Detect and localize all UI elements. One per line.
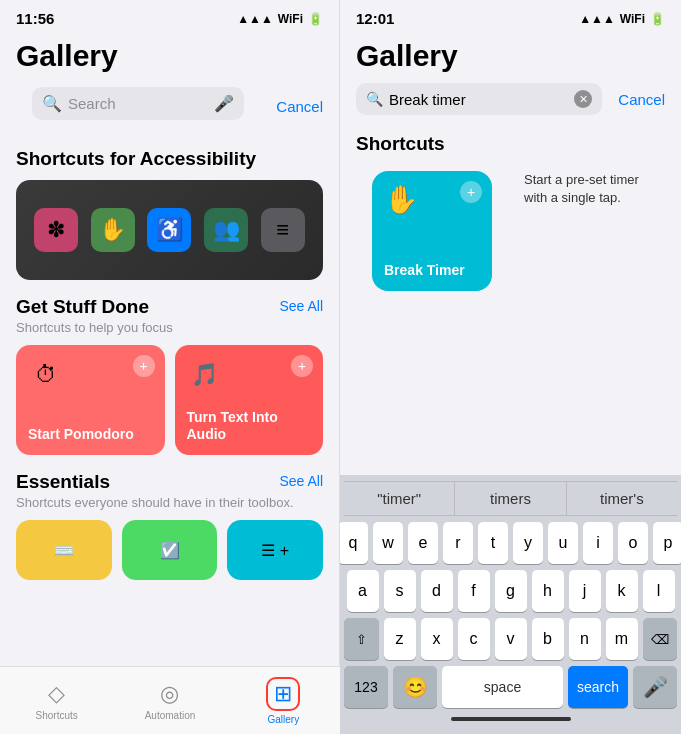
automation-tab-icon: ◎	[160, 681, 179, 707]
break-timer-card[interactable]: + ✋ Break Timer	[372, 171, 492, 291]
key-r[interactable]: r	[443, 522, 473, 564]
key-mic[interactable]: 🎤	[633, 666, 677, 708]
essentials-cards: ⌨️ ☑️ ☰ +	[16, 520, 323, 580]
left-search-row: 🔍 Search 🎤 Cancel	[16, 83, 323, 130]
acc-icon-blue: ♿	[147, 208, 191, 252]
break-timer-plus-btn[interactable]: +	[460, 181, 482, 203]
shortcut-result-row: + ✋ Break Timer Start a pre-set timer wi…	[340, 157, 681, 305]
text-audio-plus-btn[interactable]: +	[291, 355, 313, 377]
right-cancel-button[interactable]: Cancel	[618, 91, 665, 108]
essentials-card-yellow[interactable]: ⌨️	[16, 520, 112, 580]
key-h[interactable]: h	[532, 570, 564, 612]
text-audio-label: Turn Text Into Audio	[187, 409, 312, 443]
key-w[interactable]: w	[373, 522, 403, 564]
key-n[interactable]: n	[569, 618, 601, 660]
essentials-card-check[interactable]: ☑️	[122, 520, 218, 580]
left-time: 11:56	[16, 10, 54, 27]
home-indicator	[344, 708, 677, 730]
clear-search-button[interactable]: ✕	[574, 90, 592, 108]
key-e[interactable]: e	[408, 522, 438, 564]
key-o[interactable]: o	[618, 522, 648, 564]
key-123[interactable]: 123	[344, 666, 388, 708]
right-search-icon: 🔍	[366, 91, 383, 107]
key-search[interactable]: search	[568, 666, 628, 708]
break-timer-description: Start a pre-set timer with a single tap.	[524, 161, 665, 207]
search-icon: 🔍	[42, 94, 62, 113]
key-y[interactable]: y	[513, 522, 543, 564]
right-search-row: 🔍 Break timer ✕ Cancel	[356, 83, 665, 115]
left-panel: 11:56 ▲▲▲ WiFi 🔋 Gallery 🔍 Search 🎤 Canc…	[0, 0, 340, 734]
key-d[interactable]: d	[421, 570, 453, 612]
suggestion-timers-apostrophe[interactable]: timer's	[567, 482, 677, 515]
accessibility-banner: ✽ ✋ ♿ 👥 ≡	[16, 180, 323, 280]
essentials-subtitle: Shortcuts everyone should have in their …	[16, 495, 323, 510]
shortcuts-results-title: Shortcuts	[356, 133, 445, 154]
left-tab-bar: ◇ Shortcuts ◎ Automation ⊞ Gallery	[0, 666, 340, 734]
suggestion-timers[interactable]: timers	[455, 482, 566, 515]
right-status-icons: ▲▲▲ WiFi 🔋	[579, 12, 665, 26]
key-a[interactable]: a	[347, 570, 379, 612]
left-scroll-area: Shortcuts for Accessibility ✽ ✋ ♿ 👥 ≡ Se…	[0, 140, 339, 734]
key-m[interactable]: m	[606, 618, 638, 660]
key-s[interactable]: s	[384, 570, 416, 612]
tab-gallery[interactable]: ⊞ Gallery	[227, 677, 340, 725]
acc-icon-pink: ✽	[34, 208, 78, 252]
acc-icon-green: ✋	[91, 208, 135, 252]
right-search-value: Break timer	[389, 91, 568, 108]
key-t[interactable]: t	[478, 522, 508, 564]
right-time: 12:01	[356, 10, 394, 27]
key-f[interactable]: f	[458, 570, 490, 612]
key-l[interactable]: l	[643, 570, 675, 612]
gallery-tab-label: Gallery	[267, 714, 299, 725]
shortcuts-tab-label: Shortcuts	[36, 710, 78, 721]
key-i[interactable]: i	[583, 522, 613, 564]
key-k[interactable]: k	[606, 570, 638, 612]
shortcut-card-text-audio[interactable]: + 🎵 Turn Text Into Audio	[175, 345, 324, 455]
key-shift[interactable]: ⇧	[344, 618, 379, 660]
essentials-see-all[interactable]: See All	[279, 473, 323, 489]
key-row-3: ⇧ z x c v b n m ⌫	[344, 618, 677, 660]
accessibility-title: Shortcuts for Accessibility	[16, 148, 256, 169]
key-b[interactable]: b	[532, 618, 564, 660]
shortcuts-tab-icon: ◇	[48, 681, 65, 707]
suggestion-timer-quoted[interactable]: "timer"	[344, 482, 455, 515]
essentials-title: Essentials	[16, 471, 110, 492]
key-space[interactable]: space	[442, 666, 563, 708]
key-u[interactable]: u	[548, 522, 578, 564]
get-stuff-done-see-all[interactable]: See All	[279, 298, 323, 314]
get-stuff-done-title: Get Stuff Done	[16, 296, 149, 317]
shortcuts-section-header: Shortcuts	[340, 125, 681, 157]
key-row-bottom: 123 😊 space search 🎤	[344, 666, 677, 708]
key-j[interactable]: j	[569, 570, 601, 612]
right-search-bar[interactable]: 🔍 Break timer ✕	[356, 83, 602, 115]
essentials-card-cyan[interactable]: ☰ +	[227, 520, 323, 580]
text-audio-icon: 🎵	[187, 357, 223, 393]
key-emoji[interactable]: 😊	[393, 666, 437, 708]
acc-icon-gray: ≡	[261, 208, 305, 252]
right-status-bar: 12:01 ▲▲▲ WiFi 🔋	[340, 0, 681, 31]
left-gallery-title: Gallery	[0, 31, 339, 79]
left-status-icons: ▲▲▲ WiFi 🔋	[237, 12, 323, 26]
signal-icon: ▲▲▲	[237, 12, 273, 26]
right-battery-icon: 🔋	[650, 12, 665, 26]
tab-automation[interactable]: ◎ Automation	[113, 681, 226, 721]
key-v[interactable]: v	[495, 618, 527, 660]
key-g[interactable]: g	[495, 570, 527, 612]
key-q[interactable]: q	[340, 522, 368, 564]
key-p[interactable]: p	[653, 522, 681, 564]
acc-icon-dark-green: 👥	[204, 208, 248, 252]
left-cancel-button[interactable]: Cancel	[276, 98, 323, 115]
pomodoro-icon: ⏱	[28, 357, 64, 393]
mic-icon: 🎤	[214, 94, 234, 113]
pomodoro-plus-btn[interactable]: +	[133, 355, 155, 377]
tab-shortcuts[interactable]: ◇ Shortcuts	[0, 681, 113, 721]
right-content-area: Shortcuts + ✋ Break Timer Start a pre-se…	[340, 125, 681, 475]
keyboard-area: "timer" timers timer's q w e r t y u i o…	[340, 475, 681, 734]
left-search-bar[interactable]: 🔍 Search 🎤	[32, 87, 244, 120]
key-c[interactable]: c	[458, 618, 490, 660]
key-x[interactable]: x	[421, 618, 453, 660]
key-z[interactable]: z	[384, 618, 416, 660]
key-delete[interactable]: ⌫	[643, 618, 678, 660]
shortcut-card-pomodoro[interactable]: + ⏱ Start Pomodoro	[16, 345, 165, 455]
shortcuts-row: + ⏱ Start Pomodoro + 🎵 Turn Text Into Au…	[16, 345, 323, 455]
